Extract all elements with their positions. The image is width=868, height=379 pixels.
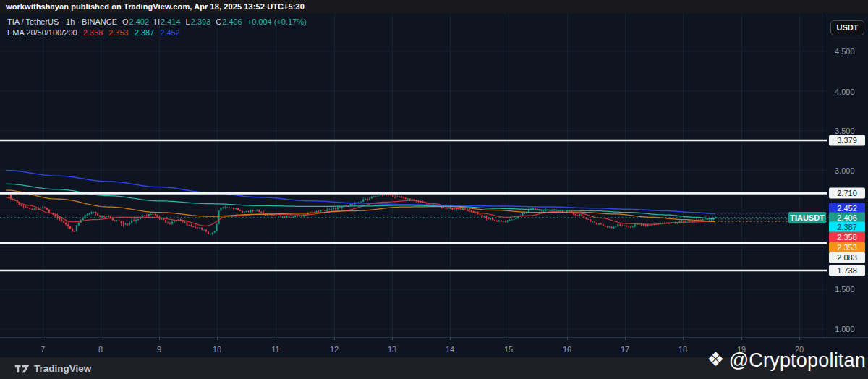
price-label: 1.738 [829,265,865,276]
tradingview-label: TradingView [34,363,91,374]
price-scale[interactable]: 4.5004.0003.5003.0001.5001.0003.3792.710… [827,13,868,337]
price-tick-label: 4.000 [835,88,855,96]
price-label: 2.710 [829,188,865,199]
time-label: 11 [271,345,279,354]
ema-row[interactable]: EMA 20/50/100/2002.3582.3532.3872.452 [7,27,307,38]
publish-text: workwithshayan published on TradingView.… [6,2,305,11]
time-label: 12 [330,345,339,354]
ema-value: 2.353 [109,28,129,37]
ema-values: 2.3582.3532.3872.452 [77,28,180,37]
price-label: 2.358 [829,232,865,243]
time-label: 16 [563,345,571,354]
ema-label: EMA 20/50/100/200 [7,28,77,37]
price-label: 2.083 [829,252,865,263]
price-label: 2.353 [829,242,865,253]
symbol-title: TIA / TetherUS · 1h · BINANCE [7,17,117,26]
ohlc-value: 2.414 [161,17,181,26]
time-label: 7 [41,345,45,354]
time-label: 15 [504,345,513,354]
publish-bar: workwithshayan published on TradingView.… [0,0,868,13]
symbol-price-tag: TIAUSDT [788,212,826,223]
symbol-row[interactable]: TIA / TetherUS · 1h · BINANCEO2.402H2.41… [7,17,307,27]
price-tick-label: 3.500 [835,127,855,135]
time-label: 8 [98,345,103,354]
ema-value: 2.358 [83,28,103,37]
change-value: +0.004 (+0.17%) [247,17,307,26]
currency-button[interactable]: USDT [830,20,864,35]
tradingview-logo[interactable]: TradingView [14,362,91,374]
ohlc-key: C [216,17,221,26]
ema-value: 2.387 [135,28,155,37]
chart-legend: TIA / TetherUS · 1h · BINANCEO2.402H2.41… [7,17,307,38]
time-label: 14 [446,345,454,354]
cryptopolitan-diamond-icon: ❖ [707,350,724,370]
ohlc-key: O [122,17,129,26]
time-label: 10 [213,345,221,354]
ohlc-value: 2.402 [129,17,150,26]
ohlc-values: O2.402H2.414L2.393C2.406 [117,17,242,26]
price-tick-label: 4.500 [835,47,855,56]
ohlc-key: L [186,17,190,26]
ohlc-value: 2.406 [222,17,242,26]
price-label: 3.379 [829,135,865,146]
tradingview-icon [14,362,30,374]
time-label: 13 [388,345,396,354]
time-label: 9 [157,345,161,354]
ohlc-key: H [154,17,160,26]
price-tick-label: 1.500 [835,285,855,294]
time-label: 18 [678,345,687,354]
price-tick-label: 3.000 [835,166,855,175]
time-label: 17 [621,345,629,354]
price-label: 2.387 [829,222,865,233]
price-tick-label: 1.000 [835,325,855,333]
ohlc-value: 2.393 [191,17,211,26]
cryptopolitan-watermark[interactable]: ❖ @Cryptopolitan [707,349,866,372]
ema-value: 2.452 [160,28,180,37]
watermark-text: @Cryptopolitan [729,349,866,372]
candlestick-chart[interactable] [0,0,868,379]
